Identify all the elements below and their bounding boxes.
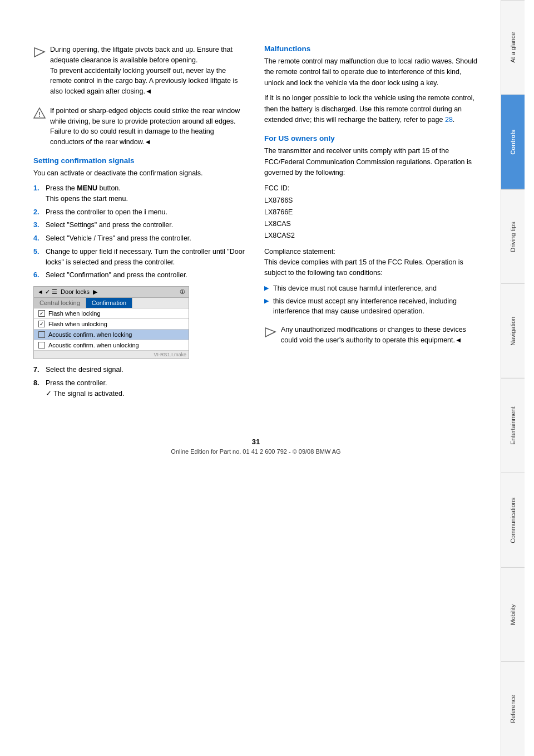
- bullet-1: ▶ This device must not cause harmful int…: [264, 283, 478, 294]
- step-4-text: Select "Vehicle / Tires" and press the c…: [46, 233, 248, 244]
- warning-note-text: If pointed or sharp-edged objects could …: [50, 106, 248, 148]
- screen-row-3-label: Acoustic confirm. when locking: [48, 331, 132, 338]
- fcc-id-block: FCC ID: LX8766S LX8766E LX8CAS LX8CAS2: [264, 183, 478, 242]
- left-column: During opening, the liftgate pivots back…: [33, 45, 248, 404]
- step-2-text: Press the controller to open the i menu.: [46, 207, 248, 218]
- compliance-title: Compliance statement:This device complie…: [264, 247, 478, 279]
- screen-row-4: Acoustic confirm. when unlocking: [34, 340, 189, 351]
- step-3: 3. Select "Settings" and press the contr…: [33, 220, 248, 230]
- step-8-text: Press the controller.✓ The signal is act…: [46, 378, 248, 399]
- step-6-text: Select "Confirmation" and press the con­…: [46, 270, 248, 281]
- screen-row-2-label: Flash when unlocking: [48, 321, 107, 327]
- step-7-num: 7.: [33, 365, 42, 375]
- step-1-text: Press the MENU button.This opens the sta…: [46, 183, 248, 204]
- right-column: Malfunctions The remote control may malf…: [264, 45, 478, 404]
- page-number: 31: [33, 438, 478, 446]
- step-2: 2. Press the controller to open the i me…: [33, 207, 248, 218]
- sidebar-tab-entertainment[interactable]: Entertainment: [501, 378, 525, 473]
- screen-row-2: Flash when unlocking: [34, 319, 189, 330]
- checkbox-acoustic-unlocking: [38, 342, 45, 348]
- step-6-num: 6.: [33, 270, 42, 281]
- screen-row-4-label: Acoustic confirm. when unlocking: [48, 342, 139, 348]
- step-4: 4. Select "Vehicle / Tires" and press th…: [33, 233, 248, 244]
- sidebar-tab-controls[interactable]: Controls: [501, 95, 525, 189]
- step-5-text: Change to upper field if necessary. Turn…: [46, 247, 248, 268]
- checkbox-acoustic-locking: [38, 331, 45, 338]
- step-5: 5. Change to upper field if necessary. T…: [33, 247, 248, 268]
- footer-text: Online Edition for Part no. 01 41 2 600 …: [33, 448, 478, 455]
- steps-list: 1. Press the MENU button.This opens the …: [33, 183, 248, 281]
- setting-confirmation-heading: Setting confirmation signals: [33, 156, 248, 165]
- sidebar-tab-mobility[interactable]: Mobility: [501, 567, 525, 662]
- malfunctions-para-1: The remote control may malfunction due t…: [264, 56, 478, 89]
- bullet-2-text: this device must accept any interference…: [273, 296, 478, 317]
- step-3-num: 3.: [33, 220, 42, 230]
- screen-header: ◄ ✓ ☰ Door locks ▶ ①: [34, 287, 189, 298]
- step-3-text: Select "Settings" and press the controll…: [46, 220, 248, 230]
- us-owners-heading: For US owners only: [264, 134, 478, 143]
- warning-triangle-icon: !: [33, 107, 46, 119]
- screen-tabs: Central locking Confirmation: [34, 298, 189, 308]
- step-6: 6. Select "Confirmation" and press the c…: [33, 270, 248, 281]
- bullet-triangle-1: ▶: [264, 283, 269, 294]
- screen-mockup: ◄ ✓ ☰ Door locks ▶ ① Central locking Con…: [33, 286, 189, 359]
- step-1: 1. Press the MENU button.This opens the …: [33, 183, 248, 204]
- bullet-1-text: This device must not cause harmful inter…: [273, 283, 437, 294]
- sidebar-tab-driving-tips[interactable]: Driving tips: [501, 189, 525, 284]
- liftgate-note: During opening, the liftgate pivots back…: [33, 45, 248, 97]
- page-footer-area: 31 Online Edition for Part no. 01 41 2 6…: [33, 438, 478, 455]
- unauthorized-note: Any unauthorized modifications or change…: [264, 325, 478, 346]
- malfunctions-para-2: If it is no longer possible to lock the …: [264, 93, 478, 125]
- svg-text:!: !: [38, 111, 41, 119]
- screen-row-1-label: Flash when locking: [48, 310, 101, 317]
- triangle-icon-2: [264, 326, 276, 338]
- malfunctions-heading: Malfunctions: [264, 45, 478, 53]
- sidebar-tab-reference[interactable]: Reference: [501, 661, 525, 756]
- step-7-text: Select the desired signal.: [46, 365, 248, 375]
- main-content: During opening, the liftgate pivots back…: [0, 0, 501, 756]
- svg-marker-3: [265, 328, 275, 337]
- bullet-triangle-2: ▶: [264, 296, 269, 317]
- checkbox-flash-unlocking: [38, 321, 45, 327]
- two-column-layout: During opening, the liftgate pivots back…: [33, 45, 478, 404]
- checkbox-flash-locking: [38, 310, 45, 317]
- sidebar-tab-navigation[interactable]: Navigation: [501, 283, 525, 378]
- step-8: 8. Press the controller.✓ The signal is …: [33, 378, 248, 399]
- screen-header-right: ①: [180, 288, 185, 296]
- bullet-2: ▶ this device must accept any interferen…: [264, 296, 478, 317]
- warning-note: ! If pointed or sharp-edged objects coul…: [33, 106, 248, 148]
- sidebar-tab-communications[interactable]: Communications: [501, 473, 525, 567]
- screen-tab-central-locking: Central locking: [34, 298, 86, 308]
- step-4-num: 4.: [33, 233, 42, 244]
- svg-marker-0: [34, 48, 44, 57]
- screen-row-3: Acoustic confirm. when locking: [34, 330, 189, 340]
- sidebar-tabs: At a glance Controls Driving tips Naviga…: [501, 0, 524, 756]
- step-1-num: 1.: [33, 183, 42, 204]
- sidebar-tab-at-a-glance[interactable]: At a glance: [501, 0, 525, 95]
- unauthorized-note-text: Any unauthorized modifications or change…: [281, 325, 478, 346]
- step-2-num: 2.: [33, 207, 42, 218]
- triangle-icon: [33, 46, 46, 58]
- page-link-28[interactable]: 28: [445, 116, 453, 124]
- screen-img-label: VI-RS1.I.make: [34, 351, 189, 359]
- step-5-num: 5.: [33, 247, 42, 268]
- screen-row-1: Flash when locking: [34, 308, 189, 319]
- step-7: 7. Select the desired signal.: [33, 365, 248, 375]
- section-intro: You can activate or deactivate the confi…: [33, 168, 248, 179]
- screen-header-left: ◄ ✓ ☰ Door locks ▶: [37, 288, 97, 296]
- us-owners-intro: The transmitter and receiver units compl…: [264, 146, 478, 178]
- liftgate-note-text: During opening, the liftgate pivots back…: [50, 45, 248, 97]
- step-8-num: 8.: [33, 378, 42, 399]
- steps-after-list: 7. Select the desired signal. 8. Press t…: [33, 365, 248, 399]
- screen-tab-confirmation: Confirmation: [86, 298, 132, 308]
